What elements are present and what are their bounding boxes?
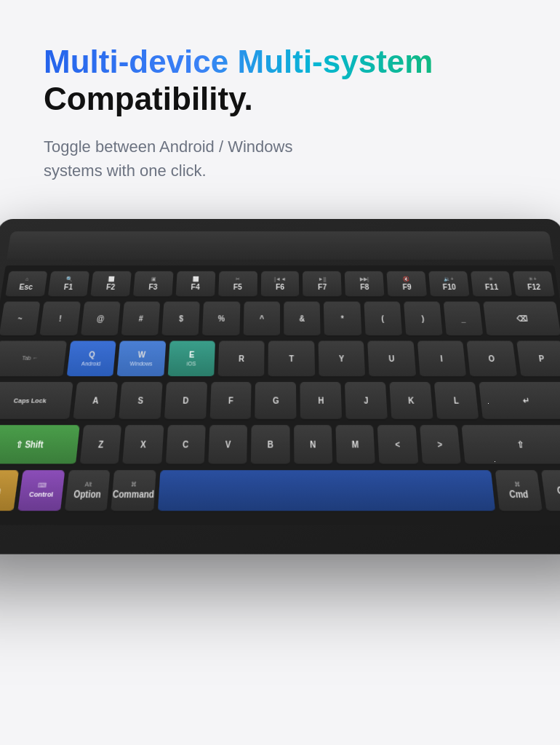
key-tab[interactable]: Tab ← bbox=[0, 341, 67, 378]
function-row: ⌂ Esc 🔍 F1 ⬜ F2 ▣ F3 bbox=[5, 271, 555, 298]
key-9[interactable]: ( bbox=[364, 302, 402, 338]
key-7[interactable]: & bbox=[284, 302, 321, 338]
keys-area: ⌂ Esc 🔍 F1 ⬜ F2 ▣ F3 bbox=[0, 266, 560, 525]
key-y[interactable]: Y bbox=[318, 341, 365, 378]
key-f2[interactable]: ⬜ F2 bbox=[90, 271, 131, 298]
key-f12[interactable]: ✳+ F12 bbox=[513, 271, 555, 298]
key-1[interactable]: ! bbox=[39, 302, 80, 338]
key-p[interactable]: P bbox=[516, 341, 560, 378]
key-f3[interactable]: ▣ F3 bbox=[133, 271, 174, 298]
key-o[interactable]: O bbox=[467, 341, 517, 378]
key-f8[interactable]: ▶▶| F8 bbox=[345, 271, 385, 298]
key-t[interactable]: T bbox=[268, 341, 315, 378]
keyboard-top-bar bbox=[7, 231, 553, 260]
key-opt[interactable]: Opt bbox=[540, 470, 560, 513]
key-u[interactable]: U bbox=[367, 341, 415, 378]
key-f9[interactable]: 🔇 F9 bbox=[387, 271, 428, 298]
key-comma[interactable]: < bbox=[377, 425, 418, 466]
headline-gradient: Multi-device Multi-system bbox=[44, 44, 433, 79]
key-k[interactable]: K bbox=[390, 382, 433, 421]
subtitle: Toggle between Android / Windowssystems … bbox=[44, 135, 516, 183]
key-d[interactable]: D bbox=[164, 382, 207, 421]
key-v[interactable]: V bbox=[208, 425, 247, 466]
key-esc[interactable]: ⌂ Esc bbox=[5, 271, 47, 298]
key-4[interactable]: $ bbox=[161, 302, 200, 338]
bottom-row: Fn ⌨ Control Alt Option ⌘ Com bbox=[0, 470, 560, 513]
headline: Multi-device Multi-system Compatibility. bbox=[44, 44, 516, 117]
key-l[interactable]: L bbox=[434, 382, 479, 421]
key-capslock[interactable]: Caps Lock bbox=[0, 382, 73, 421]
text-section: Multi-device Multi-system Compatibility.… bbox=[0, 0, 560, 204]
page: Multi-device Multi-system Compatibility.… bbox=[0, 0, 560, 745]
key-0[interactable]: ) bbox=[404, 302, 443, 338]
key-fn[interactable]: Fn bbox=[0, 470, 20, 513]
number-row: ~ ! @ # $ % ^ & * ( ) _ ⌫ bbox=[0, 302, 560, 338]
key-f4[interactable]: ⬜ F4 bbox=[175, 271, 215, 298]
key-z[interactable]: Z bbox=[79, 425, 121, 466]
key-3[interactable]: # bbox=[121, 302, 160, 338]
key-h[interactable]: H bbox=[300, 382, 343, 421]
key-alt-option[interactable]: Alt Option bbox=[64, 470, 110, 513]
key-x[interactable]: X bbox=[122, 425, 164, 466]
key-m[interactable]: M bbox=[335, 425, 375, 466]
key-f5[interactable]: ✂ F5 bbox=[218, 271, 257, 298]
key-f11[interactable]: ✳ F11 bbox=[471, 271, 512, 298]
key-enter[interactable]: ↵ bbox=[479, 382, 560, 421]
key-n[interactable]: N bbox=[294, 425, 333, 466]
key-i[interactable]: I bbox=[417, 341, 467, 378]
key-tilde[interactable]: ~ bbox=[0, 302, 41, 338]
key-8[interactable]: * bbox=[324, 302, 361, 338]
asdf-row: Caps Lock A S D F G H J K L ↵ bbox=[0, 382, 560, 421]
key-shift-right[interactable]: ⇧ bbox=[461, 425, 560, 466]
key-period[interactable]: > bbox=[420, 425, 461, 466]
key-a[interactable]: A bbox=[73, 382, 118, 421]
key-s[interactable]: S bbox=[119, 382, 162, 421]
key-command[interactable]: ⌘ Command bbox=[111, 470, 156, 513]
key-6[interactable]: ^ bbox=[243, 302, 280, 338]
key-cmd[interactable]: ⌘ Cmd bbox=[495, 470, 543, 513]
key-f10[interactable]: 🔉+ F10 bbox=[428, 271, 469, 298]
key-f1[interactable]: 🔍 F1 bbox=[48, 271, 89, 298]
key-q[interactable]: Q Android bbox=[66, 341, 116, 378]
headline-black: Compatibility. bbox=[44, 81, 253, 116]
qwerty-row: Tab ← Q Android W Windows E i bbox=[0, 341, 560, 378]
key-f6[interactable]: |◄◄ F6 bbox=[260, 271, 299, 298]
key-f7[interactable]: ►|| F7 bbox=[303, 271, 342, 298]
key-shift-left[interactable]: ⇧ Shift bbox=[0, 425, 80, 466]
key-control[interactable]: ⌨ Control bbox=[17, 470, 65, 513]
keyboard: ⌂ Esc 🔍 F1 ⬜ F2 ▣ F3 bbox=[0, 219, 560, 554]
key-j[interactable]: J bbox=[345, 382, 388, 421]
key-r[interactable]: R bbox=[218, 341, 265, 378]
key-b[interactable]: B bbox=[251, 425, 289, 466]
key-c[interactable]: C bbox=[165, 425, 205, 466]
zxcv-row: ⇧ Shift Z X C V B N M < > ⇧ bbox=[0, 425, 560, 466]
key-e[interactable]: E iOS bbox=[167, 341, 215, 378]
key-5[interactable]: % bbox=[202, 302, 240, 338]
key-f[interactable]: F bbox=[209, 382, 252, 421]
key-minus[interactable]: _ bbox=[444, 302, 484, 338]
key-g[interactable]: G bbox=[255, 382, 297, 421]
key-w[interactable]: W Windows bbox=[117, 341, 166, 378]
key-backspace[interactable]: ⌫ bbox=[484, 302, 560, 338]
keyboard-wrapper: ⌂ Esc 🔍 F1 ⬜ F2 ▣ F3 bbox=[0, 219, 560, 516]
key-2[interactable]: @ bbox=[80, 302, 120, 338]
key-spacebar[interactable] bbox=[157, 470, 495, 513]
